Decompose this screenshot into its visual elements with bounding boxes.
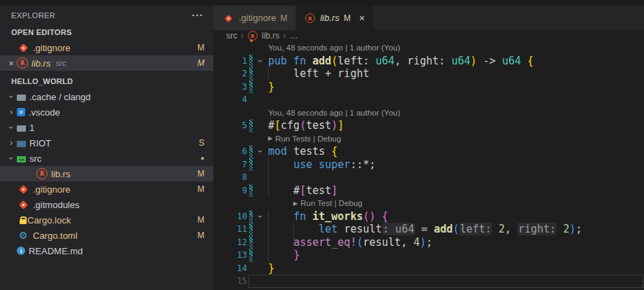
code-line-6[interactable]: 6›mod tests { xyxy=(214,145,644,158)
token: right xyxy=(407,55,439,67)
tree-item-cargo-lock[interactable]: Cargo.lockM xyxy=(0,212,214,228)
indent-guide xyxy=(268,249,269,262)
token: [ xyxy=(300,184,306,197)
close-icon[interactable]: × xyxy=(6,58,17,69)
expanded-chevron-icon[interactable]: › xyxy=(6,91,16,102)
code-line-13[interactable]: 13 } xyxy=(214,249,644,262)
expanded-chevron-icon[interactable]: › xyxy=(6,122,16,133)
code-line-8[interactable]: 8 xyxy=(214,171,644,184)
line-number[interactable]: 10 xyxy=(214,210,247,223)
fold-chevron-icon[interactable]: › xyxy=(255,60,265,62)
info-icon xyxy=(17,247,25,255)
tree-item-1[interactable]: ›1 xyxy=(0,120,214,135)
git-icon xyxy=(17,199,29,210)
line-number[interactable]: 7 xyxy=(214,158,247,172)
codelens-link[interactable]: Run Tests xyxy=(275,134,311,143)
open-editor-item[interactable]: ×lib.rssrcM xyxy=(0,55,214,71)
project-section-header[interactable]: HELLO_WORLD xyxy=(0,74,214,89)
line-number[interactable]: 5 xyxy=(214,119,247,132)
code-line-1[interactable]: 1›pub fn add(left: u64, right: u64) -> u… xyxy=(214,55,644,68)
line-number[interactable]: 3 xyxy=(214,81,247,94)
codelens-row: You, 48 seconds ago | 1 author (You) xyxy=(214,41,644,55)
code-line-9[interactable]: 9 #[test] xyxy=(214,184,644,198)
codelens-link[interactable]: Debug xyxy=(317,134,341,143)
tab-lib-rs[interactable]: lib.rsM× xyxy=(296,6,373,30)
git-gutter-modified[interactable] xyxy=(249,223,253,236)
code-line-11[interactable]: 11 let result: u64 = add(left: 2, right:… xyxy=(214,223,644,236)
fold-chevron-icon[interactable]: › xyxy=(255,150,265,153)
tree-item--cache-clangd[interactable]: ›.cache / clangd xyxy=(0,89,214,104)
tree-item-lib-rs[interactable]: lib.rsM xyxy=(0,166,214,181)
git-gutter-modified[interactable] xyxy=(249,67,253,81)
breadcrumb-separator-icon: › xyxy=(241,31,244,41)
tree-item-readme-md[interactable]: README.md xyxy=(0,243,214,258)
tree-item-cargo-toml[interactable]: Cargo.tomlM xyxy=(0,228,214,243)
more-actions-icon[interactable]: ··· xyxy=(192,10,204,21)
tree-item--vscode[interactable]: ›.vscode xyxy=(0,104,214,120)
line-number[interactable]: 4 xyxy=(214,93,247,106)
token: # xyxy=(268,184,300,197)
line-number[interactable]: 1 xyxy=(214,55,247,68)
tree-item--gitmodules[interactable]: .gitmodules xyxy=(0,197,214,212)
code-line-4[interactable]: 4 xyxy=(214,93,644,106)
breadcrumb-item[interactable]: … xyxy=(289,31,298,41)
tree-item--gitignore[interactable]: .gitignoreM xyxy=(0,181,214,197)
code-line-14[interactable]: 14} xyxy=(214,262,644,275)
close-icon[interactable]: × xyxy=(359,13,365,24)
fold-chevron-icon[interactable]: › xyxy=(255,215,265,218)
git-gutter-modified[interactable] xyxy=(249,236,253,249)
code-line-15[interactable]: 15 xyxy=(214,275,644,288)
token xyxy=(492,223,498,235)
line-number[interactable]: 11 xyxy=(214,223,247,236)
code-line-12[interactable]: 12 assert_eq!(result, 4); xyxy=(214,236,644,249)
codelens-link[interactable]: Debug xyxy=(339,199,363,207)
token: { xyxy=(527,55,533,67)
code-line-3[interactable]: 3} xyxy=(214,81,644,94)
gear-icon xyxy=(17,230,29,241)
file-label: src xyxy=(29,153,41,164)
code-line-7[interactable]: 7 use super::*; xyxy=(214,158,644,172)
codelens-link[interactable]: Run Test xyxy=(300,199,332,207)
tab--gitignore[interactable]: .gitignoreM xyxy=(214,6,295,30)
git-icon xyxy=(17,42,29,53)
open-editor-item[interactable]: .gitignoreM xyxy=(0,40,214,55)
token: u64 xyxy=(451,55,470,67)
codelens-link[interactable]: You, 48 seconds ago | 1 author (You) xyxy=(268,43,400,52)
codelens: You, 48 seconds ago | 1 author (You) xyxy=(214,43,400,52)
git-gutter-modified[interactable] xyxy=(249,249,253,262)
code-text: pub fn add(left: u64, right: u64) -> u64… xyxy=(268,55,533,68)
git-status-badge: M xyxy=(197,184,214,194)
line-number[interactable]: 15 xyxy=(214,275,247,288)
breadcrumb-item[interactable]: src xyxy=(226,31,237,41)
line-number[interactable]: 9 xyxy=(214,184,247,198)
line-number[interactable]: 8 xyxy=(214,171,247,184)
line-number[interactable]: 13 xyxy=(214,249,247,262)
code-line-10[interactable]: 10› fn it_works() { xyxy=(214,210,644,223)
codelens: ▶Run Tests | Debug xyxy=(214,134,341,143)
line-number[interactable]: 14 xyxy=(214,262,247,275)
open-editors-header[interactable]: OPEN EDITORS xyxy=(0,25,214,40)
line-number[interactable]: 12 xyxy=(214,236,247,249)
line-number[interactable]: 2 xyxy=(214,67,247,81)
codelens-link[interactable]: You, 48 seconds ago | 1 author (You) xyxy=(268,109,400,117)
git-gutter-modified[interactable] xyxy=(249,81,253,94)
collapsed-chevron-icon[interactable]: › xyxy=(6,138,17,148)
indent-guide xyxy=(268,184,269,198)
rust-icon xyxy=(36,168,48,179)
git-gutter-modified[interactable] xyxy=(249,184,253,198)
file-label: RIOT xyxy=(29,138,51,149)
expanded-chevron-icon[interactable]: › xyxy=(6,153,16,164)
line-number[interactable]: 6 xyxy=(214,145,247,158)
breadcrumb-item[interactable]: lib.rs xyxy=(262,31,279,41)
code-line-5[interactable]: 5#[cfg(test)] xyxy=(214,119,644,132)
code-line-2[interactable]: 2 left + right xyxy=(214,67,644,81)
tree-item-src[interactable]: ›src● xyxy=(0,151,214,166)
collapsed-chevron-icon[interactable]: › xyxy=(6,107,17,117)
tree-item-riot[interactable]: ›RIOTS xyxy=(0,135,214,151)
open-editors-list: .gitignoreM×lib.rssrcM xyxy=(0,40,214,71)
file-label: .gitignore xyxy=(33,184,70,195)
git-gutter-modified[interactable] xyxy=(249,119,253,132)
code-editor[interactable]: You, 48 seconds ago | 1 author (You)1›pu… xyxy=(214,41,644,290)
token: , xyxy=(395,55,407,67)
git-gutter-modified[interactable] xyxy=(249,158,253,172)
